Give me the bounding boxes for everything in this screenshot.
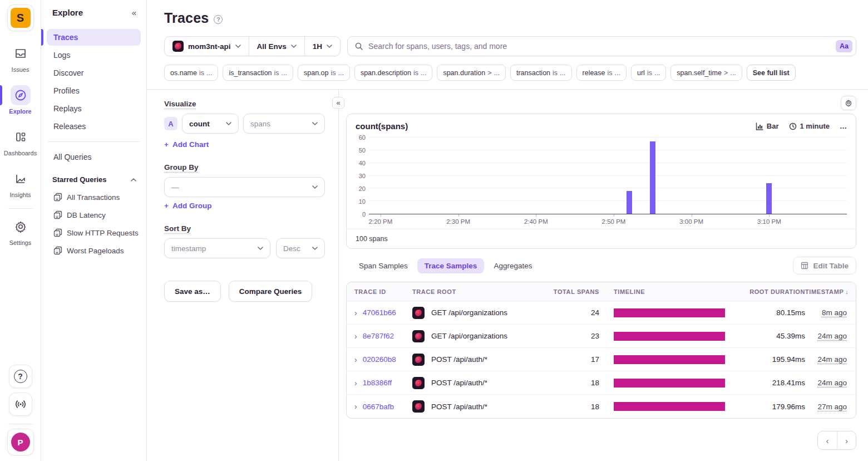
expand-row-icon[interactable]: ›	[354, 355, 357, 364]
rail-item-explore[interactable]: Explore	[0, 85, 41, 115]
filter-chip-transaction[interactable]: transactionis...	[510, 65, 572, 81]
search-input[interactable]	[368, 42, 831, 51]
timestamp-text[interactable]: 27m ago	[817, 403, 847, 411]
chart-interval-control[interactable]: 1 minute	[789, 122, 830, 130]
col-header-timestamp[interactable]: TIMESTAMP↓	[805, 288, 856, 295]
expand-row-icon[interactable]: ›	[354, 308, 357, 317]
argument-select[interactable]: spans	[243, 114, 325, 134]
sort-direction-select[interactable]: Desc	[276, 238, 325, 258]
trace-id-link[interactable]: 47061b66	[363, 308, 396, 317]
expand-row-icon[interactable]: ›	[354, 379, 357, 388]
timestamp-text[interactable]: 8m ago	[822, 308, 847, 317]
sidebar-title: Explore	[52, 8, 83, 17]
trace-id-link[interactable]: 020260b8	[363, 355, 396, 364]
sidebar-item-all-queries[interactable]: All Queries	[47, 149, 141, 165]
sort-field-select[interactable]: timestamp	[164, 238, 270, 258]
chart-overflow-menu[interactable]: …	[840, 122, 847, 130]
x-tick-label: 2:40 PM	[524, 218, 548, 225]
filter-chip-span-self-time[interactable]: span.self_time>...	[670, 65, 742, 81]
trace-id-link[interactable]: 0667bafb	[363, 403, 394, 411]
sentry-logo-button[interactable]: S	[7, 4, 34, 31]
project-selector[interactable]: mom3nt-api	[165, 37, 249, 56]
project-icon	[172, 41, 184, 52]
rail-item-dashboards[interactable]: Dashboards	[0, 127, 41, 156]
filter-chip-is-transaction[interactable]: is_transactionis...	[223, 65, 293, 81]
save-as-button[interactable]: Save as…	[164, 281, 221, 302]
rail-label: Settings	[9, 239, 32, 246]
root-duration-value: 45.39ms	[733, 332, 805, 340]
rail-item-issues[interactable]: Issues	[0, 43, 41, 73]
tab-span-samples[interactable]: Span Samples	[352, 258, 415, 273]
chevron-up-icon[interactable]	[131, 178, 136, 182]
expand-row-icon[interactable]: ›	[354, 402, 357, 411]
trace-id-link[interactable]: 8e787f62	[363, 332, 394, 340]
starred-query-db-latency[interactable]: DB Latency	[47, 206, 141, 224]
add-chart-button[interactable]: + Add Chart	[164, 140, 209, 149]
sidebar-item-discover[interactable]: Discover	[47, 65, 141, 81]
col-header-timeline[interactable]: TIMELINE	[599, 288, 733, 295]
timestamp-text[interactable]: 24m ago	[817, 332, 847, 340]
root-duration-value: 195.94ms	[733, 355, 805, 364]
starred-query-all-transactions[interactable]: All Transactions	[47, 188, 141, 206]
timestamp-text[interactable]: 24m ago	[817, 379, 847, 387]
sidebar-collapse-button[interactable]: «	[132, 8, 136, 17]
col-header-total-spans[interactable]: TOTAL SPANS	[546, 288, 599, 295]
rail-item-settings[interactable]: Settings	[0, 217, 41, 246]
sidebar-item-logs[interactable]: Logs	[47, 47, 141, 63]
sidebar-item-replays[interactable]: Replays	[47, 100, 141, 117]
expand-row-icon[interactable]: ›	[354, 332, 357, 341]
col-header-root-duration[interactable]: ROOT DURATION	[733, 288, 805, 295]
filter-chip-release[interactable]: releaseis...	[576, 65, 627, 81]
compare-queries-button[interactable]: Compare Queries	[229, 281, 313, 302]
starred-query-slow-http[interactable]: Slow HTTP Requests	[47, 224, 141, 242]
col-header-trace-root[interactable]: TRACE ROOT	[412, 288, 546, 295]
chart-type-control[interactable]: Bar	[756, 122, 779, 130]
rail-item-insights[interactable]: Insights	[0, 169, 41, 198]
filter-chip-os-name[interactable]: os.nameis...	[164, 65, 218, 81]
table-row[interactable]: ›020260b8 POST /api/auth/* 17 195.94ms 2…	[347, 348, 856, 371]
chip-value: ...	[730, 69, 736, 77]
see-full-list-button[interactable]: See full list	[747, 65, 796, 81]
col-header-trace-id[interactable]: TRACE ID	[347, 288, 412, 295]
panel-settings-button[interactable]	[841, 96, 856, 110]
timeline-bar	[614, 379, 725, 388]
help-button[interactable]: ?	[9, 365, 32, 388]
case-sensitivity-toggle[interactable]: Aa	[836, 40, 852, 52]
sidebar-item-releases[interactable]: Releases	[47, 118, 141, 135]
search-icon	[354, 42, 363, 51]
group-by-select[interactable]: —	[164, 177, 325, 197]
chip-field: span.description	[361, 69, 411, 77]
sidebar-item-traces[interactable]: Traces	[47, 29, 141, 46]
trace-root-label: GET /api/organizations	[431, 332, 507, 340]
table-row[interactable]: ›0667bafb POST /api/auth/* 18 179.96ms 2…	[347, 395, 856, 418]
trace-id-link[interactable]: 1b8386ff	[363, 379, 392, 387]
filter-chip-span-description[interactable]: span.descriptionis...	[354, 65, 432, 81]
timestamp-text[interactable]: 24m ago	[817, 355, 847, 364]
table-row[interactable]: ›47061b66 GET /api/organizations 24 80.1…	[347, 301, 856, 325]
previous-page-button[interactable]: ‹	[818, 431, 837, 449]
collapse-query-panel-button[interactable]: «	[332, 97, 344, 109]
x-tick-label: 2:20 PM	[369, 218, 393, 225]
tab-aggregates[interactable]: Aggregates	[486, 258, 539, 273]
sidebar-item-label: Releases	[53, 122, 86, 131]
edit-table-button[interactable]: Edit Table	[793, 257, 856, 274]
sidebar-item-profiles[interactable]: Profiles	[47, 82, 141, 99]
sidebar-item-label: All Queries	[53, 153, 91, 161]
tab-trace-samples[interactable]: Trace Samples	[417, 258, 485, 273]
help-tooltip-icon[interactable]: ?	[214, 15, 223, 24]
user-menu-button[interactable]: P	[7, 429, 34, 455]
y-tick-label: 60	[359, 134, 366, 141]
add-group-button[interactable]: + Add Group	[164, 202, 211, 210]
filter-chip-span-op[interactable]: span.opis...	[298, 65, 350, 81]
starred-query-worst-pageloads[interactable]: Worst Pageloads	[47, 242, 141, 259]
whats-new-button[interactable]	[9, 393, 32, 416]
next-page-button[interactable]: ›	[837, 431, 856, 449]
environment-selector[interactable]: All Envs	[249, 37, 304, 56]
filter-chip-span-duration[interactable]: span.duration>...	[437, 65, 506, 81]
date-range-selector[interactable]: 1H	[304, 37, 340, 56]
table-row[interactable]: ›1b8386ff POST /api/auth/* 18 218.41ms 2…	[347, 371, 856, 395]
filter-chip-url[interactable]: urlis...	[631, 65, 666, 81]
table-row[interactable]: ›8e787f62 GET /api/organizations 23 45.3…	[347, 325, 856, 348]
aggregate-select[interactable]: count	[182, 114, 239, 134]
compass-icon	[11, 85, 31, 105]
